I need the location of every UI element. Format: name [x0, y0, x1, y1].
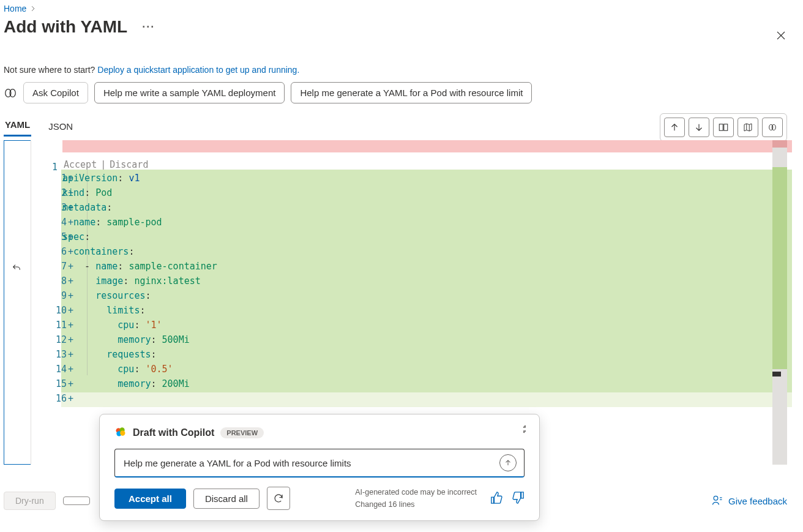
copilot-panel: Draft with Copilot PREVIEW Accept all Di… [99, 414, 540, 521]
code-row: kind: Pod [62, 185, 217, 200]
inline-accept-button[interactable]: Accept [64, 159, 97, 170]
code-row: memory: 200Mi [62, 377, 217, 391]
more-icon[interactable]: ··· [142, 21, 155, 34]
breadcrumb-home[interactable]: Home [4, 4, 26, 13]
code-row: apiVersion: v1 [62, 171, 217, 185]
close-icon[interactable] [776, 31, 786, 42]
feedback-label: Give feedback [728, 496, 787, 506]
editor-toolbar [660, 113, 787, 141]
code-row: - name: sample-container [62, 259, 217, 274]
diff-removed-band [62, 140, 792, 152]
ask-copilot-button[interactable]: Ask Copilot [23, 82, 88, 103]
copilot-icon [4, 86, 17, 100]
code-row: cpu: '0.5' [62, 362, 217, 377]
minimap[interactable] [772, 140, 787, 465]
changed-lines: Changed 16 lines [355, 498, 477, 511]
code-row: cpu: '1' [62, 318, 217, 332]
tab-json[interactable]: JSON [47, 121, 74, 137]
minimap-removed [772, 140, 787, 148]
code-row: name: sample-pod [62, 215, 217, 230]
ai-warning: AI-generated code may be incorrect [355, 486, 477, 498]
copilot-meta: AI-generated code may be incorrect Chang… [355, 486, 483, 511]
upload-button[interactable] [664, 118, 685, 137]
suggestion-2-button[interactable]: Help me generate a YAML for a Pod with r… [291, 82, 532, 103]
subtitle-lead: Not sure where to start? [4, 65, 97, 75]
code-row: requests: [62, 347, 217, 362]
tab-yaml[interactable]: YAML [4, 119, 31, 137]
quickstart-link[interactable]: Deploy a quickstart application to get u… [97, 65, 299, 75]
svg-rect-2 [719, 124, 723, 131]
copilot-logo-icon [114, 425, 127, 440]
copilot-panel-title: Draft with Copilot [133, 427, 214, 438]
regenerate-button[interactable] [267, 487, 290, 510]
copilot-prompt-input[interactable] [122, 457, 499, 469]
code-row: resources: [62, 288, 217, 303]
minimap-added [772, 167, 787, 369]
code-lines: apiVersion: v1kind: Podmetadata: name: s… [62, 171, 217, 406]
send-button[interactable] [499, 454, 517, 471]
svg-point-10 [120, 430, 125, 435]
dry-run-button[interactable]: Dry-run [4, 492, 56, 510]
code-row [62, 391, 217, 406]
page-title: Add with YAML [4, 17, 127, 37]
preview-badge: PREVIEW [220, 427, 264, 438]
code-row: metadata: [62, 200, 217, 215]
subtitle: Not sure where to start? Deploy a quicks… [4, 65, 787, 75]
collapse-icon[interactable] [520, 424, 529, 436]
fold-gutter [4, 140, 31, 465]
code-row: containers: [62, 244, 217, 259]
map-view-button[interactable] [738, 118, 758, 137]
feedback-icon [711, 494, 723, 508]
suggestion-1-button[interactable]: Help me write a sample YAML deployment [94, 82, 285, 103]
chevron-right-icon [30, 4, 36, 13]
thumbs-down-icon[interactable] [511, 491, 525, 506]
discard-all-button[interactable]: Discard all [193, 489, 260, 509]
copilot-toggle-button[interactable] [762, 118, 783, 137]
svg-point-6 [714, 496, 718, 500]
svg-rect-3 [724, 124, 728, 131]
inline-discard-button[interactable]: Discard [110, 159, 148, 170]
code-row: limits: [62, 303, 217, 318]
code-row: image: nginx:latest [62, 274, 217, 288]
svg-point-5 [772, 125, 775, 130]
undo-icon[interactable] [12, 263, 21, 275]
minimap-cursor [772, 372, 781, 377]
code-row: spec: [62, 230, 217, 244]
secondary-button[interactable] [63, 496, 90, 505]
accept-all-button[interactable]: Accept all [114, 489, 186, 509]
download-button[interactable] [689, 118, 709, 137]
code-row: memory: 500Mi [62, 332, 217, 347]
breadcrumb: Home [4, 4, 787, 13]
thumbs-up-icon[interactable] [490, 491, 504, 506]
split-view-button[interactable] [713, 118, 734, 137]
give-feedback-link[interactable]: Give feedback [711, 494, 787, 508]
